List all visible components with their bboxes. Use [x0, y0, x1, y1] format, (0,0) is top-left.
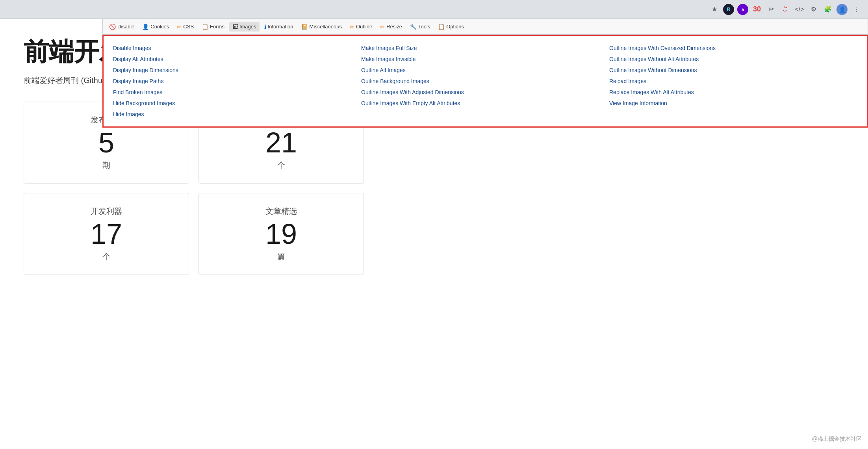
cookies-icon: 👤	[142, 24, 149, 30]
menu-item-css[interactable]: ✏ CSS	[174, 22, 197, 32]
menu-label-miscellaneous: Miscellaneous	[310, 24, 342, 30]
link-disable-images[interactable]: Disable Images	[113, 44, 361, 52]
link-replace-images-alt[interactable]: Replace Images With Alt Attributes	[609, 88, 857, 96]
menu-label-cookies: Cookies	[150, 24, 169, 30]
link-display-image-paths[interactable]: Display Image Paths	[113, 77, 361, 85]
stats-grid: 发布周刊 5 期 有趣的库 21 个 开发利器 17 个 文章精选 19 篇	[24, 102, 844, 275]
menu-item-cookies[interactable]: 👤 Cookies	[139, 22, 172, 32]
menu-item-images[interactable]: 🖼 Images	[229, 22, 260, 32]
miscellaneous-icon: 📔	[301, 24, 308, 30]
ext-icon-gear[interactable]: ⚙	[808, 4, 819, 15]
link-hide-background-images[interactable]: Hide Background Images	[113, 99, 361, 108]
link-outline-background-images[interactable]: Outline Background Images	[361, 77, 609, 85]
menu-item-resize[interactable]: ✏ Resize	[377, 22, 405, 32]
stat-number-3: 17	[37, 220, 176, 248]
link-reload-images[interactable]: Reload Images	[609, 77, 857, 85]
react-devtools-icon[interactable]: R	[723, 4, 734, 15]
webdev-toolbar: 🚫 Disable 👤 Cookies ✏ CSS 📋 Forms 🖼 Imag…	[102, 19, 868, 35]
menu-item-outline[interactable]: ✏ Outline	[347, 22, 375, 32]
more-menu-icon[interactable]: ⋮	[851, 4, 862, 15]
menu-item-forms[interactable]: 📋 Forms	[198, 22, 228, 32]
outline-icon: ✏	[350, 24, 354, 30]
stat-number-1: 5	[37, 128, 176, 157]
stat-unit-3: 个	[37, 251, 176, 262]
user-avatar[interactable]: 👤	[836, 4, 848, 15]
menu-label-options: Options	[446, 24, 464, 30]
link-outline-images-empty-alt[interactable]: Outline Images With Empty Alt Attributes	[361, 99, 609, 108]
menu-label-resize: Resize	[386, 24, 402, 30]
link-display-image-dimensions[interactable]: Display Image Dimensions	[113, 66, 361, 74]
link-outline-all-images[interactable]: Outline All Images	[361, 66, 609, 74]
stat-label-4: 文章精选	[211, 206, 351, 217]
stat-label-3: 开发利器	[37, 206, 176, 217]
stat-unit-4: 篇	[211, 251, 351, 262]
ext-icon-1[interactable]: 5	[737, 4, 748, 15]
stat-number-2: 21	[211, 128, 351, 157]
link-make-images-full-size[interactable]: Make Images Full Size	[361, 44, 609, 52]
menu-item-information[interactable]: ℹ Information	[261, 22, 297, 32]
link-make-images-invisible[interactable]: Make Images Invisible	[361, 55, 609, 63]
link-outline-without-alt[interactable]: Outline Images Without Alt Attributes	[609, 55, 857, 63]
menu-label-css: CSS	[183, 24, 194, 30]
menu-item-tools[interactable]: 🔧 Tools	[407, 22, 433, 32]
css-icon: ✏	[177, 24, 182, 30]
menu-label-disable: Disable	[117, 24, 134, 30]
dropdown-overlay: 🚫 Disable 👤 Cookies ✏ CSS 📋 Forms 🖼 Imag…	[102, 19, 868, 128]
dropdown-col-1: Disable Images Display Alt Attributes Di…	[113, 44, 361, 119]
stat-unit-1: 期	[37, 160, 176, 171]
disable-icon: 🚫	[109, 24, 116, 30]
stat-card-3: 开发利器 17 个	[24, 193, 189, 275]
menu-label-forms: Forms	[210, 24, 224, 30]
ext-icon-clock[interactable]: ⏱	[780, 4, 791, 15]
images-dropdown-panel: Disable Images Display Alt Attributes Di…	[102, 35, 868, 128]
options-icon: 📋	[438, 24, 445, 30]
menu-item-miscellaneous[interactable]: 📔 Miscellaneous	[298, 22, 345, 32]
link-outline-images-adjusted[interactable]: Outline Images With Adjusted Dimensions	[361, 88, 609, 96]
resize-icon: ✏	[380, 24, 385, 30]
menu-item-options[interactable]: 📋 Options	[435, 22, 467, 32]
bookmark-icon[interactable]: ★	[709, 4, 720, 15]
link-hide-images[interactable]: Hide Images	[113, 110, 361, 119]
stat-number-4: 19	[211, 220, 351, 248]
stat-card-4: 文章精选 19 篇	[198, 193, 364, 275]
tools-icon: 🔧	[410, 24, 417, 30]
information-icon: ℹ	[264, 24, 266, 30]
chrome-toolbar: ★ R 5 30 ✂ ⏱ </> ⚙ 🧩 👤 ⋮	[0, 0, 868, 19]
ext-icon-code[interactable]: </>	[794, 4, 805, 15]
menu-label-information: Information	[268, 24, 293, 30]
images-icon: 🖼	[232, 24, 238, 30]
link-display-alt-attributes[interactable]: Display Alt Attributes	[113, 55, 361, 63]
dropdown-col-3: Outline Images With Oversized Dimensions…	[609, 44, 857, 119]
link-find-broken-images[interactable]: Find Broken Images	[113, 88, 361, 96]
link-view-image-info[interactable]: View Image Information	[609, 99, 857, 108]
stat-unit-2: 个	[211, 160, 351, 171]
dropdown-col-2: Make Images Full Size Make Images Invisi…	[361, 44, 609, 119]
menu-label-outline: Outline	[356, 24, 372, 30]
menu-item-disable[interactable]: 🚫 Disable	[106, 22, 137, 32]
menu-label-images: Images	[239, 24, 256, 30]
ext-icon-scissors[interactable]: ✂	[766, 4, 777, 15]
link-outline-without-dimensions[interactable]: Outline Images Without Dimensions	[609, 66, 857, 74]
ext-icon-puzzle[interactable]: 🧩	[822, 4, 833, 15]
menu-label-tools: Tools	[418, 24, 430, 30]
forms-icon: 📋	[202, 24, 208, 30]
link-outline-images-oversized[interactable]: Outline Images With Oversized Dimensions	[609, 44, 857, 52]
watermark: @稀土掘金技术社区	[812, 436, 862, 443]
ext-icon-2[interactable]: 30	[751, 4, 762, 15]
